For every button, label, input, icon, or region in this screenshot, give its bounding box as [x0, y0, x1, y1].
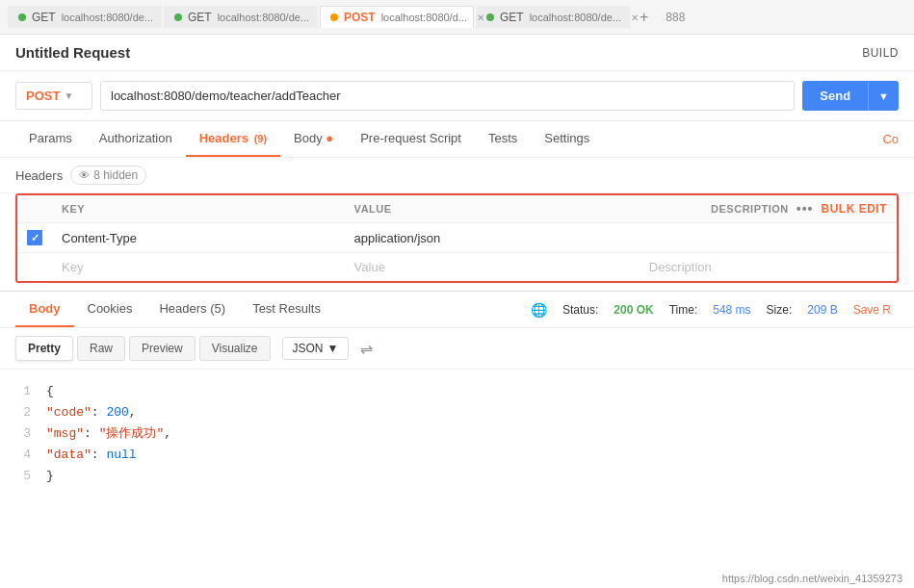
tab-params[interactable]: Params: [15, 121, 86, 157]
response-tabs: Body Cookies Headers (5) Test Results 🌐 …: [0, 292, 914, 328]
line-num-3: 3: [15, 423, 31, 445]
more-options-icon[interactable]: •••: [796, 201, 814, 217]
row2-value-placeholder: Value: [354, 260, 385, 274]
resp-tab-test-results[interactable]: Test Results: [239, 292, 334, 327]
response-section: Body Cookies Headers (5) Test Results 🌐 …: [0, 291, 914, 499]
top-tab-4[interactable]: GET localhost:8080/de... ✕: [476, 6, 630, 28]
resp-format-visualize[interactable]: Visualize: [199, 336, 271, 361]
line-num-4: 4: [15, 445, 31, 466]
url-bar: POST ▼ Send ▼: [0, 71, 914, 121]
code-val-null: null: [106, 447, 136, 462]
row1-key-cell[interactable]: Content-Type: [52, 223, 345, 253]
resp-format-preview[interactable]: Preview: [129, 336, 196, 361]
globe-icon[interactable]: 🌐: [531, 302, 547, 318]
hidden-headers-badge[interactable]: 👁 8 hidden: [70, 166, 146, 185]
resp-tab-body[interactable]: Body: [15, 292, 74, 327]
row1-value: application/json: [354, 231, 441, 245]
url-input[interactable]: [100, 81, 795, 111]
th-value: VALUE: [345, 195, 640, 223]
add-tab-button[interactable]: +: [632, 5, 656, 30]
method-select[interactable]: POST ▼: [15, 82, 92, 110]
tab3-close[interactable]: ✕: [477, 13, 484, 23]
eye-icon: 👁: [79, 169, 90, 181]
tab2-method-dot: [174, 13, 182, 21]
code-content-3: "msg": "操作成功",: [46, 423, 899, 445]
send-button[interactable]: Send ▼: [802, 81, 899, 111]
tab-settings[interactable]: Settings: [531, 121, 603, 157]
row1-checkbox-cell[interactable]: ✓: [17, 223, 52, 253]
row2-key-cell[interactable]: Key: [52, 253, 345, 282]
th-key: KEY: [52, 195, 345, 223]
code-line-2: 2 "code": 200,: [15, 402, 899, 423]
row1-desc-cell[interactable]: [640, 223, 897, 253]
resp-tab-cookies[interactable]: Cookies: [74, 292, 146, 327]
tab1-label: GET: [32, 11, 56, 24]
th-checkbox: [17, 195, 52, 223]
status-label: Status:: [562, 303, 598, 317]
more-tabs[interactable]: 888: [658, 7, 692, 28]
th-description: DESCRIPTION ••• Bulk Edit: [640, 195, 897, 223]
hidden-label: 8 hidden: [93, 168, 138, 182]
build-button[interactable]: BUILD: [862, 46, 899, 60]
row1-checkbox[interactable]: ✓: [27, 230, 42, 245]
checkmark-icon: ✓: [31, 232, 39, 244]
bulk-edit-button[interactable]: Bulk Edit: [822, 202, 888, 216]
row1-key: Content-Type: [62, 231, 137, 245]
code-val-200: 200: [106, 405, 128, 420]
time-label: Time:: [669, 303, 698, 317]
top-tab-3-active[interactable]: POST localhost:8080/d... ✕: [320, 6, 474, 28]
tab2-url: localhost:8080/de...: [218, 12, 309, 23]
code-content-4: "data": null: [46, 445, 899, 466]
row1-value-cell[interactable]: application/json: [345, 223, 640, 253]
table-row: ✓ Content-Type application/json: [17, 223, 897, 253]
send-button-label: Send: [802, 81, 868, 111]
resp-tab-headers[interactable]: Headers (5): [145, 292, 239, 327]
tab-prerequest[interactable]: Pre-request Script: [347, 121, 475, 157]
tab-authorization[interactable]: Authorization: [86, 121, 186, 157]
row2-key-placeholder: Key: [62, 260, 83, 274]
request-title-bar: Untitled Request BUILD: [0, 35, 914, 71]
code-content-5: }: [46, 466, 899, 487]
table-row-empty: Key Value Description: [17, 253, 897, 282]
tab3-method-dot: [330, 13, 338, 21]
code-val-msg: "操作成功": [99, 426, 165, 441]
response-status-bar: 🌐 Status: 200 OK Time: 548 ms Size: 209 …: [523, 302, 899, 318]
tab-headers[interactable]: Headers (9): [186, 121, 280, 157]
size-label: Size:: [767, 303, 793, 317]
line-num-2: 2: [15, 402, 31, 423]
size-value: 209 B: [807, 303, 837, 317]
format-dropdown[interactable]: JSON ▼: [282, 337, 350, 360]
cookies-link[interactable]: Co: [882, 132, 899, 146]
th-desc-label: DESCRIPTION: [711, 203, 789, 215]
method-chevron-icon: ▼: [64, 90, 73, 101]
response-code-area: 1 { 2 "code": 200, 3 "msg": "操作成功", 4 "d…: [0, 370, 914, 499]
headers-table-wrap: KEY VALUE DESCRIPTION ••• Bulk Edit ✓: [15, 193, 899, 283]
row2-value-cell[interactable]: Value: [345, 253, 640, 282]
time-value: 548 ms: [713, 303, 750, 317]
row2-desc-cell[interactable]: Description: [640, 253, 897, 282]
tab-tests[interactable]: Tests: [475, 121, 531, 157]
tab2-method: GET: [188, 11, 212, 24]
tab4-url: localhost:8080/de...: [530, 12, 621, 23]
method-label: POST: [26, 89, 60, 103]
save-response-button[interactable]: Save R: [853, 303, 891, 317]
line-num-5: 5: [15, 466, 31, 487]
tab-body[interactable]: Body ●: [280, 121, 347, 157]
code-key-msg: "msg": [46, 426, 84, 441]
request-tabs: Params Authorization Headers (9) Body ● …: [0, 121, 914, 158]
wrap-icon[interactable]: ⇌: [360, 340, 373, 358]
code-line-5: 5 }: [15, 466, 899, 487]
row2-checkbox-cell: [17, 253, 52, 282]
resp-format-pretty[interactable]: Pretty: [15, 336, 73, 361]
status-value: 200 OK: [614, 303, 653, 317]
headers-label: Headers: [15, 168, 63, 183]
code-line-3: 3 "msg": "操作成功",: [15, 423, 899, 445]
format-label: JSON: [293, 342, 324, 355]
row2-desc-placeholder: Description: [649, 260, 712, 274]
tab1-url: localhost:8080/de...: [62, 12, 153, 23]
top-tab-1[interactable]: GET localhost:8080/de... ✕: [8, 6, 162, 28]
resp-format-raw[interactable]: Raw: [77, 336, 125, 361]
send-button-arrow-icon[interactable]: ▼: [868, 83, 899, 110]
top-tab-2[interactable]: GET localhost:8080/de... ✕: [164, 6, 318, 28]
request-title: Untitled Request: [15, 44, 130, 61]
